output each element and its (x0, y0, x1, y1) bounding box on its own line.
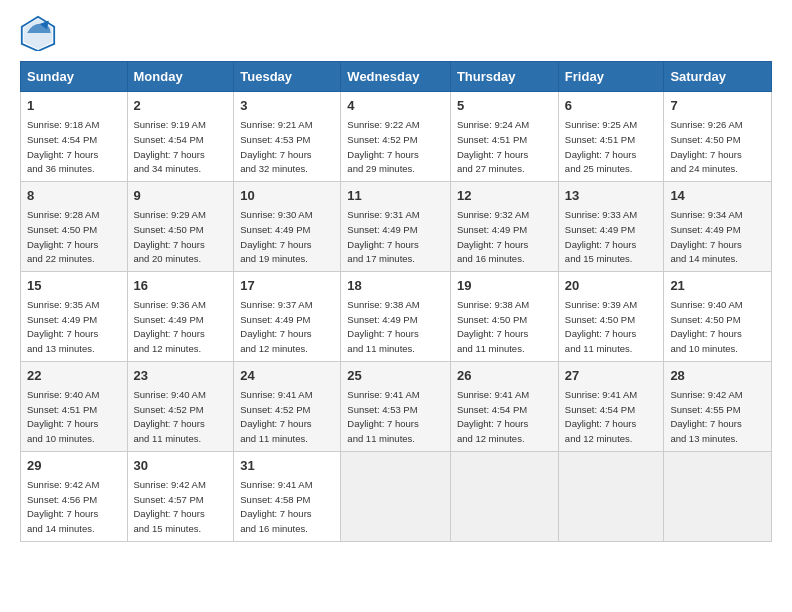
day-of-week-header: Thursday (450, 62, 558, 92)
calendar-day-cell: 24Sunrise: 9:41 AM Sunset: 4:52 PM Dayli… (234, 361, 341, 451)
day-info: Sunrise: 9:38 AM Sunset: 4:50 PM Dayligh… (457, 299, 529, 354)
calendar-day-cell: 22Sunrise: 9:40 AM Sunset: 4:51 PM Dayli… (21, 361, 128, 451)
page: SundayMondayTuesdayWednesdayThursdayFrid… (0, 0, 792, 612)
day-number: 6 (565, 97, 658, 115)
day-info: Sunrise: 9:41 AM Sunset: 4:58 PM Dayligh… (240, 479, 312, 534)
header (20, 15, 772, 51)
day-number: 17 (240, 277, 334, 295)
calendar-day-cell: 13Sunrise: 9:33 AM Sunset: 4:49 PM Dayli… (558, 181, 664, 271)
day-number: 15 (27, 277, 121, 295)
day-number: 18 (347, 277, 444, 295)
day-info: Sunrise: 9:22 AM Sunset: 4:52 PM Dayligh… (347, 119, 419, 174)
day-number: 9 (134, 187, 228, 205)
day-info: Sunrise: 9:42 AM Sunset: 4:55 PM Dayligh… (670, 389, 742, 444)
day-of-week-header: Saturday (664, 62, 772, 92)
day-number: 8 (27, 187, 121, 205)
calendar-day-cell: 25Sunrise: 9:41 AM Sunset: 4:53 PM Dayli… (341, 361, 451, 451)
day-info: Sunrise: 9:41 AM Sunset: 4:54 PM Dayligh… (457, 389, 529, 444)
calendar-day-cell: 9Sunrise: 9:29 AM Sunset: 4:50 PM Daylig… (127, 181, 234, 271)
calendar-day-cell: 3Sunrise: 9:21 AM Sunset: 4:53 PM Daylig… (234, 92, 341, 182)
day-number: 28 (670, 367, 765, 385)
day-info: Sunrise: 9:24 AM Sunset: 4:51 PM Dayligh… (457, 119, 529, 174)
day-number: 26 (457, 367, 552, 385)
day-of-week-header: Wednesday (341, 62, 451, 92)
day-info: Sunrise: 9:39 AM Sunset: 4:50 PM Dayligh… (565, 299, 637, 354)
day-number: 13 (565, 187, 658, 205)
day-info: Sunrise: 9:36 AM Sunset: 4:49 PM Dayligh… (134, 299, 206, 354)
calendar-day-cell (558, 451, 664, 541)
calendar-day-cell (450, 451, 558, 541)
day-info: Sunrise: 9:41 AM Sunset: 4:54 PM Dayligh… (565, 389, 637, 444)
day-info: Sunrise: 9:28 AM Sunset: 4:50 PM Dayligh… (27, 209, 99, 264)
day-number: 3 (240, 97, 334, 115)
calendar-day-cell: 17Sunrise: 9:37 AM Sunset: 4:49 PM Dayli… (234, 271, 341, 361)
calendar-day-cell: 31Sunrise: 9:41 AM Sunset: 4:58 PM Dayli… (234, 451, 341, 541)
calendar-week-row: 1Sunrise: 9:18 AM Sunset: 4:54 PM Daylig… (21, 92, 772, 182)
day-info: Sunrise: 9:42 AM Sunset: 4:56 PM Dayligh… (27, 479, 99, 534)
calendar-day-cell: 11Sunrise: 9:31 AM Sunset: 4:49 PM Dayli… (341, 181, 451, 271)
day-info: Sunrise: 9:21 AM Sunset: 4:53 PM Dayligh… (240, 119, 312, 174)
calendar-day-cell: 6Sunrise: 9:25 AM Sunset: 4:51 PM Daylig… (558, 92, 664, 182)
calendar-day-cell: 1Sunrise: 9:18 AM Sunset: 4:54 PM Daylig… (21, 92, 128, 182)
calendar-day-cell (664, 451, 772, 541)
calendar-day-cell: 12Sunrise: 9:32 AM Sunset: 4:49 PM Dayli… (450, 181, 558, 271)
day-number: 4 (347, 97, 444, 115)
day-number: 30 (134, 457, 228, 475)
calendar-day-cell: 27Sunrise: 9:41 AM Sunset: 4:54 PM Dayli… (558, 361, 664, 451)
calendar-day-cell: 29Sunrise: 9:42 AM Sunset: 4:56 PM Dayli… (21, 451, 128, 541)
calendar-day-cell: 10Sunrise: 9:30 AM Sunset: 4:49 PM Dayli… (234, 181, 341, 271)
calendar-week-row: 15Sunrise: 9:35 AM Sunset: 4:49 PM Dayli… (21, 271, 772, 361)
day-info: Sunrise: 9:37 AM Sunset: 4:49 PM Dayligh… (240, 299, 312, 354)
day-number: 14 (670, 187, 765, 205)
day-number: 5 (457, 97, 552, 115)
day-info: Sunrise: 9:42 AM Sunset: 4:57 PM Dayligh… (134, 479, 206, 534)
day-of-week-header: Friday (558, 62, 664, 92)
day-number: 24 (240, 367, 334, 385)
day-number: 19 (457, 277, 552, 295)
calendar-week-row: 22Sunrise: 9:40 AM Sunset: 4:51 PM Dayli… (21, 361, 772, 451)
day-number: 23 (134, 367, 228, 385)
calendar-day-cell: 2Sunrise: 9:19 AM Sunset: 4:54 PM Daylig… (127, 92, 234, 182)
calendar-day-cell: 23Sunrise: 9:40 AM Sunset: 4:52 PM Dayli… (127, 361, 234, 451)
day-number: 31 (240, 457, 334, 475)
calendar-week-row: 8Sunrise: 9:28 AM Sunset: 4:50 PM Daylig… (21, 181, 772, 271)
day-number: 29 (27, 457, 121, 475)
calendar-day-cell: 30Sunrise: 9:42 AM Sunset: 4:57 PM Dayli… (127, 451, 234, 541)
day-info: Sunrise: 9:40 AM Sunset: 4:51 PM Dayligh… (27, 389, 99, 444)
day-info: Sunrise: 9:26 AM Sunset: 4:50 PM Dayligh… (670, 119, 742, 174)
calendar-week-row: 29Sunrise: 9:42 AM Sunset: 4:56 PM Dayli… (21, 451, 772, 541)
day-info: Sunrise: 9:41 AM Sunset: 4:53 PM Dayligh… (347, 389, 419, 444)
day-number: 7 (670, 97, 765, 115)
day-info: Sunrise: 9:18 AM Sunset: 4:54 PM Dayligh… (27, 119, 99, 174)
day-info: Sunrise: 9:38 AM Sunset: 4:49 PM Dayligh… (347, 299, 419, 354)
day-number: 21 (670, 277, 765, 295)
calendar-day-cell (341, 451, 451, 541)
calendar-day-cell: 21Sunrise: 9:40 AM Sunset: 4:50 PM Dayli… (664, 271, 772, 361)
calendar-day-cell: 4Sunrise: 9:22 AM Sunset: 4:52 PM Daylig… (341, 92, 451, 182)
day-info: Sunrise: 9:19 AM Sunset: 4:54 PM Dayligh… (134, 119, 206, 174)
day-info: Sunrise: 9:35 AM Sunset: 4:49 PM Dayligh… (27, 299, 99, 354)
calendar-day-cell: 19Sunrise: 9:38 AM Sunset: 4:50 PM Dayli… (450, 271, 558, 361)
calendar-day-cell: 15Sunrise: 9:35 AM Sunset: 4:49 PM Dayli… (21, 271, 128, 361)
day-number: 11 (347, 187, 444, 205)
day-number: 12 (457, 187, 552, 205)
day-info: Sunrise: 9:33 AM Sunset: 4:49 PM Dayligh… (565, 209, 637, 264)
day-info: Sunrise: 9:30 AM Sunset: 4:49 PM Dayligh… (240, 209, 312, 264)
calendar-day-cell: 28Sunrise: 9:42 AM Sunset: 4:55 PM Dayli… (664, 361, 772, 451)
calendar-day-cell: 16Sunrise: 9:36 AM Sunset: 4:49 PM Dayli… (127, 271, 234, 361)
day-info: Sunrise: 9:34 AM Sunset: 4:49 PM Dayligh… (670, 209, 742, 264)
logo (20, 15, 62, 51)
calendar-day-cell: 20Sunrise: 9:39 AM Sunset: 4:50 PM Dayli… (558, 271, 664, 361)
calendar-day-cell: 14Sunrise: 9:34 AM Sunset: 4:49 PM Dayli… (664, 181, 772, 271)
day-number: 20 (565, 277, 658, 295)
calendar-table: SundayMondayTuesdayWednesdayThursdayFrid… (20, 61, 772, 542)
day-number: 27 (565, 367, 658, 385)
day-info: Sunrise: 9:32 AM Sunset: 4:49 PM Dayligh… (457, 209, 529, 264)
day-number: 25 (347, 367, 444, 385)
day-info: Sunrise: 9:31 AM Sunset: 4:49 PM Dayligh… (347, 209, 419, 264)
day-info: Sunrise: 9:40 AM Sunset: 4:52 PM Dayligh… (134, 389, 206, 444)
day-number: 16 (134, 277, 228, 295)
calendar-day-cell: 26Sunrise: 9:41 AM Sunset: 4:54 PM Dayli… (450, 361, 558, 451)
calendar-day-cell: 8Sunrise: 9:28 AM Sunset: 4:50 PM Daylig… (21, 181, 128, 271)
calendar-day-cell: 5Sunrise: 9:24 AM Sunset: 4:51 PM Daylig… (450, 92, 558, 182)
